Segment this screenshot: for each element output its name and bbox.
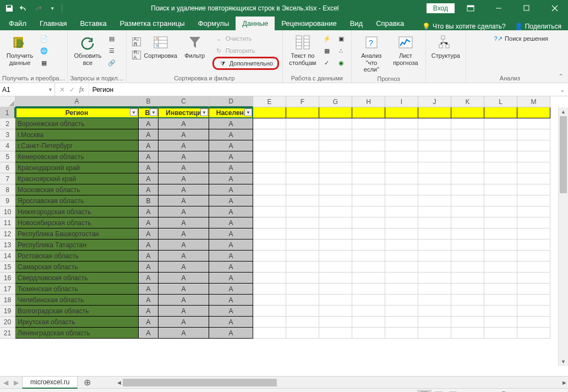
row-header-7[interactable]: 7 xyxy=(0,173,15,184)
cell-A18[interactable]: Челябинская область xyxy=(15,295,139,306)
scroll-down-button[interactable]: ▼ xyxy=(559,357,568,366)
cell[interactable] xyxy=(319,306,352,317)
cell[interactable] xyxy=(286,328,319,339)
cell[interactable] xyxy=(484,140,517,151)
view-normal-button[interactable] xyxy=(417,390,432,393)
cell[interactable] xyxy=(319,195,352,206)
close-button[interactable] xyxy=(542,0,567,16)
cell-C13[interactable]: A xyxy=(159,239,209,251)
ribbon-display-options[interactable] xyxy=(458,0,483,16)
cell[interactable] xyxy=(517,284,550,295)
cell[interactable] xyxy=(484,162,517,173)
cell[interactable] xyxy=(385,118,418,129)
cell-B6[interactable]: A xyxy=(139,162,159,173)
cell[interactable] xyxy=(385,295,418,306)
refresh-all-button[interactable]: Обновить все xyxy=(71,32,104,67)
cell[interactable] xyxy=(352,273,385,284)
cell[interactable] xyxy=(286,239,319,251)
view-pagelayout-button[interactable] xyxy=(432,390,446,393)
cell-B16[interactable]: A xyxy=(139,273,159,284)
cell[interactable] xyxy=(517,173,550,184)
cell[interactable] xyxy=(319,129,352,140)
cell-B11[interactable]: A xyxy=(139,217,159,228)
cell[interactable] xyxy=(484,118,517,129)
cell-B5[interactable]: A xyxy=(139,151,159,162)
add-sheet-button[interactable]: ⊕ xyxy=(81,377,93,389)
cell-A2[interactable]: Воронежская область xyxy=(15,118,139,129)
from-text-button[interactable]: 📄 xyxy=(37,32,51,45)
cell-C9[interactable]: A xyxy=(159,195,209,206)
column-header-E[interactable]: E xyxy=(253,96,286,107)
cell[interactable] xyxy=(352,262,385,273)
structure-button[interactable]: Структура xyxy=(429,32,462,61)
scroll-right-button[interactable]: ▶ xyxy=(560,378,568,388)
cell-D17[interactable]: A xyxy=(209,284,253,295)
cell[interactable] xyxy=(319,107,352,118)
tab-pagelayout[interactable]: Разметка страницы xyxy=(113,17,192,30)
cell-A16[interactable]: Свердловская область xyxy=(15,273,139,284)
sort-asc-button[interactable]: A↓Я xyxy=(130,36,143,48)
cell[interactable] xyxy=(517,140,550,151)
cell-D8[interactable]: A xyxy=(209,184,253,195)
cell[interactable] xyxy=(385,151,418,162)
row-header-15[interactable]: 15 xyxy=(0,262,15,273)
cell[interactable] xyxy=(319,217,352,228)
cell[interactable] xyxy=(286,173,319,184)
cell[interactable] xyxy=(352,295,385,306)
cell-D9[interactable]: A xyxy=(209,195,253,206)
cell[interactable] xyxy=(517,118,550,129)
cell-A5[interactable]: Кемеровская область xyxy=(15,151,139,162)
cell[interactable] xyxy=(418,295,451,306)
column-header-G[interactable]: G xyxy=(319,96,352,107)
cell[interactable] xyxy=(319,239,352,251)
cell[interactable] xyxy=(517,306,550,317)
name-box-input[interactable] xyxy=(2,86,52,94)
cell[interactable] xyxy=(319,251,352,262)
cell[interactable] xyxy=(484,107,517,118)
cell[interactable] xyxy=(418,239,451,251)
cell[interactable] xyxy=(451,195,484,206)
cell-B9[interactable]: B xyxy=(139,195,159,206)
cell-B14[interactable]: A xyxy=(139,251,159,262)
worksheet-grid[interactable]: ABCDEFGHIJKLM 12345678910111213141516171… xyxy=(0,96,568,376)
cell-D11[interactable]: A xyxy=(209,217,253,228)
cell[interactable] xyxy=(484,317,517,328)
tab-help[interactable]: Справка xyxy=(369,17,411,30)
row-header-4[interactable]: 4 xyxy=(0,140,15,151)
cell[interactable] xyxy=(253,317,286,328)
cell[interactable] xyxy=(253,262,286,273)
cell-A19[interactable]: Волгоградская область xyxy=(15,306,139,317)
cell[interactable] xyxy=(517,228,550,239)
cell[interactable] xyxy=(253,328,286,339)
scroll-thumb-v[interactable] xyxy=(560,116,567,193)
cell-C11[interactable]: A xyxy=(159,217,209,228)
sheet-tab-active[interactable]: microexcel.ru xyxy=(22,376,78,389)
cell-D16[interactable]: A xyxy=(209,273,253,284)
cell[interactable] xyxy=(451,317,484,328)
cell[interactable] xyxy=(352,217,385,228)
cell-D19[interactable]: A xyxy=(209,306,253,317)
cell[interactable] xyxy=(286,273,319,284)
tab-review[interactable]: Рецензирование xyxy=(275,17,343,30)
cell-D2[interactable]: A xyxy=(209,118,253,129)
cell[interactable] xyxy=(517,129,550,140)
cell-B19[interactable]: A xyxy=(139,306,159,317)
row-header-17[interactable]: 17 xyxy=(0,284,15,295)
cell[interactable] xyxy=(253,206,286,217)
row-header-10[interactable]: 10 xyxy=(0,206,15,217)
cell[interactable] xyxy=(484,228,517,239)
cell-C3[interactable]: A xyxy=(159,129,209,140)
cell[interactable] xyxy=(484,273,517,284)
cell[interactable] xyxy=(418,306,451,317)
cell-C17[interactable]: A xyxy=(159,284,209,295)
row-header-14[interactable]: 14 xyxy=(0,251,15,262)
vertical-scrollbar[interactable]: ▲ ▼ xyxy=(558,107,568,366)
expand-formula-bar[interactable]: ⌄ xyxy=(557,83,568,96)
cell[interactable] xyxy=(451,206,484,217)
cell-A7[interactable]: Красноярский край xyxy=(15,173,139,184)
scroll-thumb-h[interactable] xyxy=(123,379,277,386)
sort-button[interactable]: АЯ Сортировка xyxy=(144,32,177,61)
cell-B17[interactable]: A xyxy=(139,284,159,295)
cell[interactable] xyxy=(517,239,550,251)
fx-icon[interactable]: fx xyxy=(79,85,84,94)
